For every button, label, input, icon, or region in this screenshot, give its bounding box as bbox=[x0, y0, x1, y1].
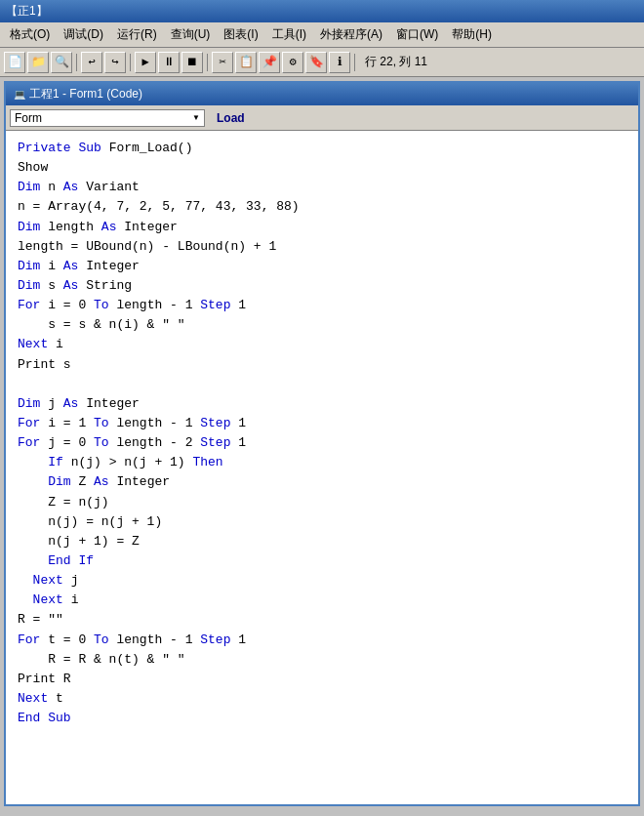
menu-debug[interactable]: 调试(D) bbox=[58, 24, 109, 45]
toolbar-sep1 bbox=[76, 54, 77, 71]
code-line-21: End If bbox=[18, 551, 626, 571]
code-line-17: Dim Z As Integer bbox=[18, 472, 626, 492]
event-label: Load bbox=[217, 111, 245, 125]
toolbar-sep2 bbox=[130, 54, 131, 71]
code-line-20: n(j + 1) = Z bbox=[18, 532, 626, 551]
code-line-11: Next i bbox=[18, 335, 626, 354]
dropdown-arrow-icon: ▼ bbox=[192, 113, 200, 122]
toolbar-cut[interactable]: ✂ bbox=[212, 52, 233, 73]
toolbar-sep3 bbox=[207, 54, 208, 71]
code-line-8: Dim s As String bbox=[18, 276, 626, 296]
code-line-23: Next i bbox=[18, 591, 626, 610]
code-line-12: Print s bbox=[18, 355, 626, 375]
code-line-3: Dim n As Variant bbox=[18, 178, 626, 197]
toolbar-open[interactable]: 📁 bbox=[27, 52, 49, 73]
toolbar: 📄 📁 🔍 ↩ ↪ ▶ ⏸ ⏹ ✂ 📋 📌 ⚙ 🔖 ℹ 行 22, 列 11 bbox=[0, 48, 644, 77]
code-line-16: If n(j) > n(j + 1) Then bbox=[18, 453, 626, 472]
code-line-28: Next t bbox=[18, 689, 626, 709]
window-title-text: 工程1 - Form1 (Code) bbox=[29, 86, 142, 102]
toolbar-bookmark[interactable]: 🔖 bbox=[305, 52, 327, 73]
code-toolbar: Form ▼ Load bbox=[6, 105, 638, 131]
code-line-22: Next j bbox=[18, 571, 626, 591]
code-line-27: Print R bbox=[18, 670, 626, 689]
menu-chart[interactable]: 图表(I) bbox=[218, 24, 263, 45]
toolbar-undo[interactable]: ↩ bbox=[81, 52, 102, 73]
dropdown-value: Form bbox=[15, 111, 42, 125]
code-editor[interactable]: Private Sub Form_Load() Show Dim n As Va… bbox=[6, 131, 638, 804]
toolbar-settings[interactable]: ⚙ bbox=[282, 52, 303, 73]
code-line-5: Dim length As Integer bbox=[18, 218, 626, 237]
code-line-18: Z = n(j) bbox=[18, 493, 626, 512]
code-line-14: For i = 1 To length - 1 Step 1 bbox=[18, 414, 626, 433]
code-line-1: Private Sub Form_Load() bbox=[18, 139, 626, 158]
toolbar-redo[interactable]: ↪ bbox=[104, 52, 126, 73]
window-icon: 💻 bbox=[14, 89, 25, 100]
code-line-26: R = R & n(t) & " " bbox=[18, 650, 626, 670]
code-line-6: length = UBound(n) - LBound(n) + 1 bbox=[18, 237, 626, 257]
toolbar-new[interactable]: 📄 bbox=[4, 52, 25, 73]
menu-bar: 格式(O) 调试(D) 运行(R) 查询(U) 图表(I) 工具(I) 外接程序… bbox=[0, 22, 644, 48]
window-title-bar: 💻 工程1 - Form1 (Code) bbox=[6, 83, 638, 105]
menu-tools[interactable]: 工具(I) bbox=[266, 24, 312, 45]
main-window: 💻 工程1 - Form1 (Code) Form ▼ Load Private… bbox=[4, 81, 640, 806]
toolbar-search[interactable]: 🔍 bbox=[51, 52, 72, 73]
title-text: 【正1】 bbox=[6, 3, 48, 20]
code-line-9: For i = 0 To length - 1 Step 1 bbox=[18, 296, 626, 315]
title-bar: 【正1】 bbox=[0, 0, 644, 22]
code-line-25: For t = 0 To length - 1 Step 1 bbox=[18, 631, 626, 650]
code-line-blank bbox=[18, 375, 626, 394]
toolbar-pause[interactable]: ⏸ bbox=[158, 52, 180, 73]
code-line-19: n(j) = n(j + 1) bbox=[18, 512, 626, 532]
code-line-2: Show bbox=[18, 158, 626, 178]
toolbar-stop[interactable]: ⏹ bbox=[181, 52, 203, 73]
code-line-15: For j = 0 To length - 2 Step 1 bbox=[18, 433, 626, 453]
code-line-10: s = s & n(i) & " " bbox=[18, 315, 626, 335]
position-label: 行 22, 列 11 bbox=[365, 54, 427, 70]
menu-external[interactable]: 外接程序(A) bbox=[314, 24, 388, 45]
toolbar-paste[interactable]: 📌 bbox=[259, 52, 280, 73]
object-dropdown[interactable]: Form ▼ bbox=[10, 109, 205, 127]
toolbar-play[interactable]: ▶ bbox=[135, 52, 156, 73]
menu-window[interactable]: 窗口(W) bbox=[390, 24, 444, 45]
toolbar-copy[interactable]: 📋 bbox=[235, 52, 257, 73]
toolbar-sep4 bbox=[354, 54, 355, 71]
code-line-4: n = Array(4, 7, 2, 5, 77, 43, 33, 88) bbox=[18, 197, 626, 217]
menu-format[interactable]: 格式(O) bbox=[4, 24, 56, 45]
toolbar-info[interactable]: ℹ bbox=[329, 52, 350, 73]
menu-run[interactable]: 运行(R) bbox=[111, 24, 163, 45]
menu-query[interactable]: 查询(U) bbox=[165, 24, 217, 45]
code-line-7: Dim i As Integer bbox=[18, 257, 626, 276]
code-line-13: Dim j As Integer bbox=[18, 394, 626, 414]
code-line-24: R = "" bbox=[18, 610, 626, 630]
menu-help[interactable]: 帮助(H) bbox=[446, 24, 498, 45]
code-line-29: End Sub bbox=[18, 709, 626, 728]
